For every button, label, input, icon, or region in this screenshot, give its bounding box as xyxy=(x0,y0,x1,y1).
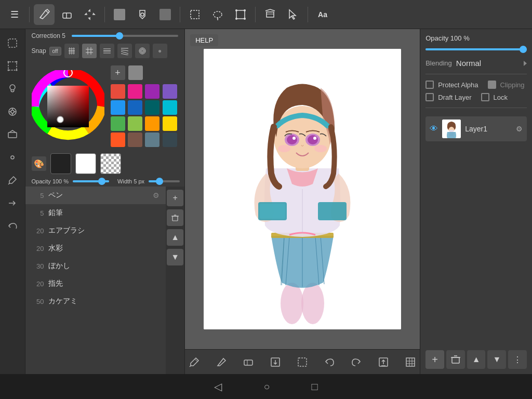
swatch-1[interactable] xyxy=(128,84,142,99)
lasso-button[interactable] xyxy=(207,4,228,25)
opacity-thumb[interactable] xyxy=(98,178,105,185)
brush-delete-button[interactable] xyxy=(167,209,183,226)
swatch-0[interactable] xyxy=(111,84,125,99)
lock-checkbox[interactable] xyxy=(481,93,489,101)
sidebar-layer[interactable] xyxy=(3,125,22,144)
width-slider[interactable] xyxy=(149,180,180,182)
brush-item-airbrush[interactable]: 20 エアブラシ xyxy=(25,222,166,240)
sidebar-select[interactable] xyxy=(3,56,22,76)
swatch-3[interactable] xyxy=(163,84,177,99)
correction-slider-thumb[interactable] xyxy=(116,32,123,39)
fill-color-button[interactable] xyxy=(109,4,130,25)
brush-item-watercolor[interactable]: 20 水彩 xyxy=(25,240,166,257)
swatch-9[interactable] xyxy=(128,116,142,131)
foreground-color[interactable] xyxy=(50,153,71,174)
help-button[interactable]: HELP xyxy=(190,34,218,46)
move-layer-down-button[interactable]: ▼ xyxy=(487,350,506,369)
brush-item-blur[interactable]: 30 ぼかし xyxy=(25,257,166,275)
layers-button[interactable] xyxy=(260,4,281,25)
color-wheel[interactable] xyxy=(32,70,104,143)
grey-swatch[interactable] xyxy=(128,65,143,80)
swatch-11[interactable] xyxy=(163,116,177,131)
snap-icon-6[interactable]: ● xyxy=(153,44,167,58)
swatch-7[interactable] xyxy=(163,100,177,115)
sidebar-settings[interactable] xyxy=(3,148,22,167)
draft-layer-checkbox[interactable] xyxy=(425,93,434,101)
text-button[interactable]: Aa xyxy=(312,4,333,25)
canvas-image[interactable] xyxy=(204,49,401,329)
redo-tool[interactable] xyxy=(347,353,366,371)
swatch-14[interactable] xyxy=(145,132,159,147)
correction-slider[interactable] xyxy=(72,35,178,37)
sidebar-edit[interactable] xyxy=(3,33,22,53)
swatch-12[interactable] xyxy=(111,132,125,147)
transform-button[interactable] xyxy=(79,4,100,25)
undo-tool[interactable] xyxy=(320,353,339,371)
right-opacity-row: Opacity 100 % xyxy=(425,34,527,42)
swatch-8[interactable] xyxy=(111,116,125,131)
eraser-button[interactable] xyxy=(57,4,77,25)
swatch-4[interactable] xyxy=(111,100,125,115)
delete-layer-button[interactable] xyxy=(446,350,465,369)
swatch-10[interactable] xyxy=(145,116,159,131)
right-opacity-thumb[interactable] xyxy=(520,46,527,53)
swatch-6[interactable] xyxy=(145,100,159,115)
android-recent-button[interactable]: □ xyxy=(312,381,318,393)
pen-button[interactable] xyxy=(34,4,55,25)
android-back-button[interactable]: ◁ xyxy=(214,380,222,393)
selection-rect-button[interactable] xyxy=(184,4,205,25)
sidebar-eyedropper[interactable] xyxy=(3,170,22,190)
right-opacity-slider[interactable] xyxy=(425,48,527,50)
eraser-tool[interactable] xyxy=(239,353,258,371)
swatch-15[interactable] xyxy=(163,132,177,147)
brush-down-button[interactable]: ▼ xyxy=(167,249,183,265)
layer-row[interactable]: 👁 Layer1 ⚙ xyxy=(425,116,527,141)
swatch-5[interactable] xyxy=(128,100,142,115)
sidebar-share[interactable] xyxy=(3,193,22,213)
pen-tool[interactable] xyxy=(212,353,231,371)
brush-add-button[interactable]: + xyxy=(167,190,183,206)
transform2-button[interactable] xyxy=(230,4,251,25)
opacity-slider[interactable] xyxy=(73,180,109,182)
swatch-13[interactable] xyxy=(128,132,142,147)
width-thumb[interactable] xyxy=(156,178,163,185)
clipping-checkbox[interactable] xyxy=(488,81,496,89)
add-layer-button[interactable]: + xyxy=(425,350,444,369)
sidebar-brush[interactable] xyxy=(3,79,22,99)
cursor-button[interactable] xyxy=(283,4,303,25)
selection-tool[interactable] xyxy=(293,353,312,371)
transparent-color[interactable] xyxy=(100,153,121,174)
brush-item-hatch[interactable]: 50 カケアミ xyxy=(25,292,166,310)
layer-gear-icon[interactable]: ⚙ xyxy=(516,125,523,133)
brush-item-pen[interactable]: 5 ペン ⚙ xyxy=(25,187,166,204)
blending-dropdown-arrow[interactable] xyxy=(524,61,527,66)
bucket-button[interactable] xyxy=(132,4,153,25)
layer-visibility-icon[interactable]: 👁 xyxy=(430,124,438,134)
brush-up-button[interactable]: ▲ xyxy=(167,229,183,246)
eyedropper-tool[interactable] xyxy=(185,353,204,371)
snap-icon-4[interactable] xyxy=(117,44,132,58)
import-tool[interactable] xyxy=(266,353,285,371)
android-home-button[interactable]: ○ xyxy=(263,381,270,393)
brush-item-finger[interactable]: 20 指先 xyxy=(25,275,166,292)
grid-tool[interactable] xyxy=(401,353,420,371)
swatch-2[interactable] xyxy=(145,84,159,99)
sidebar-filter[interactable] xyxy=(3,102,22,122)
snap-icon-2[interactable] xyxy=(82,44,97,58)
brush-item-pencil[interactable]: 5 鉛筆 xyxy=(25,204,166,222)
brush-gear-0[interactable]: ⚙ xyxy=(153,191,159,200)
menu-button[interactable]: ☰ xyxy=(4,4,25,25)
move-layer-up-button[interactable]: ▲ xyxy=(467,350,486,369)
pattern-button[interactable] xyxy=(155,4,176,25)
add-swatch-button[interactable]: + xyxy=(111,65,125,80)
layer-more-button[interactable]: ⋮ xyxy=(508,350,527,369)
snap-icon-5[interactable] xyxy=(135,44,150,58)
export-tool[interactable] xyxy=(374,353,393,371)
background-color[interactable] xyxy=(75,153,96,174)
snap-icon-3[interactable] xyxy=(100,44,114,58)
snap-icon-1[interactable] xyxy=(64,44,79,58)
sidebar-undo[interactable] xyxy=(3,216,22,236)
protect-alpha-label: Protect Alpha xyxy=(438,81,478,89)
protect-alpha-checkbox[interactable] xyxy=(425,81,434,89)
palette-icon[interactable]: 🎨 xyxy=(32,156,46,171)
